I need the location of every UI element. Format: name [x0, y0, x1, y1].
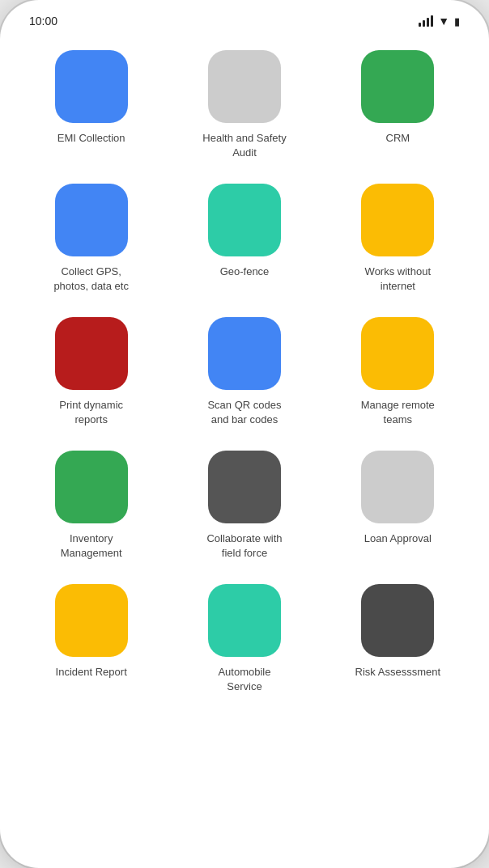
app-icon-automobile-service	[208, 584, 281, 657]
app-item-inventory-management[interactable]: Inventory Management	[24, 451, 158, 560]
app-label-risk-assessment: Risk Assesssment	[355, 665, 440, 680]
app-icon-print-dynamic-reports	[55, 317, 128, 390]
app-icon-geo-fence	[208, 184, 281, 256]
status-time: 10:00	[29, 15, 57, 28]
app-label-loan-approval: Loan Approval	[364, 531, 432, 546]
app-label-works-without-internet: Works without internet	[353, 265, 442, 293]
app-item-incident-report[interactable]: Incident Report	[24, 584, 158, 693]
app-item-print-dynamic-reports[interactable]: Print dynamic reports	[24, 317, 158, 426]
app-icon-health-safety-audit	[208, 50, 281, 123]
app-item-collaborate-field-force[interactable]: Collaborate with field force	[177, 451, 311, 560]
app-item-health-safety-audit[interactable]: Health and Safety Audit	[177, 50, 311, 159]
app-item-automobile-service[interactable]: Automobile Service	[177, 584, 311, 693]
app-icon-collect-gps	[55, 184, 128, 256]
app-icon-collaborate-field-force	[208, 451, 281, 523]
status-icons: ▼ ▮	[419, 15, 460, 28]
app-item-emi-collection[interactable]: EMI Collection	[24, 50, 158, 159]
app-grid-container: EMI CollectionHealth and Safety AuditCRM…	[0, 34, 489, 868]
app-label-incident-report: Incident Report	[56, 665, 127, 680]
app-label-scan-qr-codes: Scan QR codes and bar codes	[200, 398, 289, 426]
app-icon-inventory-management	[55, 451, 128, 523]
app-icon-incident-report	[55, 584, 128, 657]
app-label-emi-collection: EMI Collection	[57, 131, 125, 146]
app-item-scan-qr-codes[interactable]: Scan QR codes and bar codes	[177, 317, 311, 426]
app-label-print-dynamic-reports: Print dynamic reports	[47, 398, 136, 426]
signal-icon	[419, 15, 433, 27]
app-label-automobile-service: Automobile Service	[200, 665, 289, 693]
app-label-manage-remote-teams: Manage remote teams	[353, 398, 442, 426]
phone-frame: 10:00 ▼ ▮ EMI CollectionHealth and Safet…	[0, 0, 489, 868]
status-bar: 10:00 ▼ ▮	[0, 0, 489, 34]
app-icon-loan-approval	[361, 451, 434, 523]
app-item-geo-fence[interactable]: Geo-fence	[177, 184, 311, 293]
app-label-crm: CRM	[386, 131, 410, 146]
app-item-loan-approval[interactable]: Loan Approval	[331, 451, 465, 560]
app-label-inventory-management: Inventory Management	[47, 531, 136, 560]
app-icon-works-without-internet	[361, 184, 434, 256]
app-icon-crm	[361, 50, 434, 123]
app-grid: EMI CollectionHealth and Safety AuditCRM…	[24, 50, 465, 693]
app-icon-scan-qr-codes	[208, 317, 281, 390]
wifi-icon: ▼	[438, 15, 449, 28]
app-item-manage-remote-teams[interactable]: Manage remote teams	[331, 317, 465, 426]
app-item-works-without-internet[interactable]: Works without internet	[331, 184, 465, 293]
app-label-health-safety-audit: Health and Safety Audit	[200, 131, 289, 159]
app-item-collect-gps[interactable]: Collect GPS, photos, data etc	[24, 184, 158, 293]
app-item-crm[interactable]: CRM	[331, 50, 465, 159]
app-item-risk-assessment[interactable]: Risk Assesssment	[331, 584, 465, 693]
app-label-geo-fence: Geo-fence	[220, 265, 270, 279]
app-label-collaborate-field-force: Collaborate with field force	[200, 531, 289, 560]
battery-icon: ▮	[454, 15, 460, 28]
app-icon-manage-remote-teams	[361, 317, 434, 390]
app-icon-risk-assessment	[361, 584, 434, 657]
app-label-collect-gps: Collect GPS, photos, data etc	[47, 265, 136, 293]
app-icon-emi-collection	[55, 50, 128, 123]
